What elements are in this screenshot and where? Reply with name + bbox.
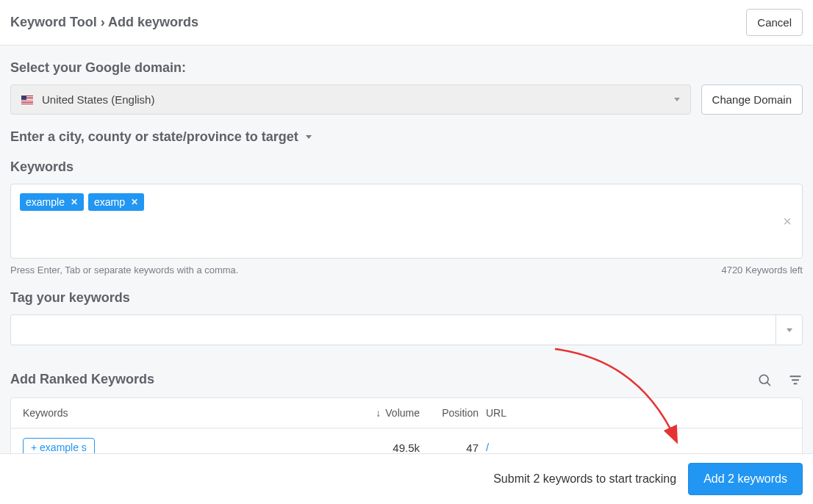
location-target-label: Enter a city, county or state/province t… bbox=[10, 129, 298, 145]
add-keywords-button[interactable]: Add 2 keywords bbox=[688, 463, 803, 495]
cell-volume: 49.5k bbox=[332, 442, 420, 454]
url-link[interactable]: / bbox=[486, 441, 489, 453]
remove-tag-icon[interactable]: ✕ bbox=[71, 197, 78, 207]
footer-summary: Submit 2 keywords to start tracking bbox=[493, 472, 676, 486]
column-position[interactable]: Position bbox=[420, 407, 486, 419]
cell-position: 47 bbox=[420, 442, 486, 454]
svg-rect-3 bbox=[792, 379, 799, 381]
breadcrumb-page: Add keywords bbox=[108, 15, 198, 29]
breadcrumb-separator: › bbox=[101, 15, 105, 29]
remove-tag-icon[interactable]: ✕ bbox=[131, 197, 138, 207]
keywords-label: Keywords bbox=[10, 159, 803, 175]
filter-icon[interactable] bbox=[788, 372, 803, 387]
keyword-tag-text: example bbox=[26, 196, 65, 208]
google-domain-select[interactable]: United States (English) bbox=[10, 84, 691, 115]
column-url[interactable]: URL bbox=[486, 407, 790, 419]
tag-keywords-label: Tag your keywords bbox=[10, 290, 803, 306]
clear-keywords-icon[interactable]: × bbox=[783, 213, 792, 230]
cell-url: / bbox=[486, 441, 790, 454]
location-target-toggle[interactable]: Enter a city, county or state/province t… bbox=[10, 129, 803, 145]
keywords-remaining: 4720 Keywords left bbox=[721, 264, 803, 276]
keywords-helper-text: Press Enter, Tab or separate keywords wi… bbox=[10, 264, 238, 276]
breadcrumb-tool[interactable]: Keyword Tool bbox=[10, 15, 97, 29]
chevron-down-icon bbox=[787, 328, 792, 332]
chevron-down-icon bbox=[674, 98, 680, 101]
svg-line-1 bbox=[767, 382, 770, 385]
keyword-tag-text: examp bbox=[94, 196, 125, 208]
us-flag-icon bbox=[21, 96, 33, 104]
add-ranked-keywords-label: Add Ranked Keywords bbox=[10, 372, 154, 387]
change-domain-button[interactable]: Change Domain bbox=[701, 84, 803, 115]
keywords-input[interactable]: example✕examp✕ × bbox=[10, 184, 803, 259]
breadcrumb: Keyword Tool › Add keywords bbox=[10, 15, 198, 30]
svg-rect-2 bbox=[790, 375, 801, 377]
cancel-button[interactable]: Cancel bbox=[746, 9, 803, 36]
search-icon[interactable] bbox=[757, 372, 772, 387]
google-domain-label: Select your Google domain: bbox=[10, 60, 803, 76]
column-volume[interactable]: ↓ Volume bbox=[332, 407, 420, 419]
sort-desc-icon: ↓ bbox=[376, 407, 381, 419]
keyword-tag: example✕ bbox=[20, 193, 84, 211]
column-volume-label: Volume bbox=[385, 407, 420, 419]
keyword-tag: examp✕ bbox=[88, 193, 144, 211]
column-keywords[interactable]: Keywords bbox=[23, 407, 332, 419]
footer-bar: Submit 2 keywords to start tracking Add … bbox=[0, 453, 813, 504]
svg-rect-4 bbox=[794, 383, 798, 384]
header-bar: Keyword Tool › Add keywords Cancel bbox=[0, 0, 813, 46]
chevron-down-icon bbox=[306, 135, 312, 139]
google-domain-value: United States (English) bbox=[42, 93, 154, 106]
tag-keywords-select[interactable] bbox=[10, 314, 803, 345]
